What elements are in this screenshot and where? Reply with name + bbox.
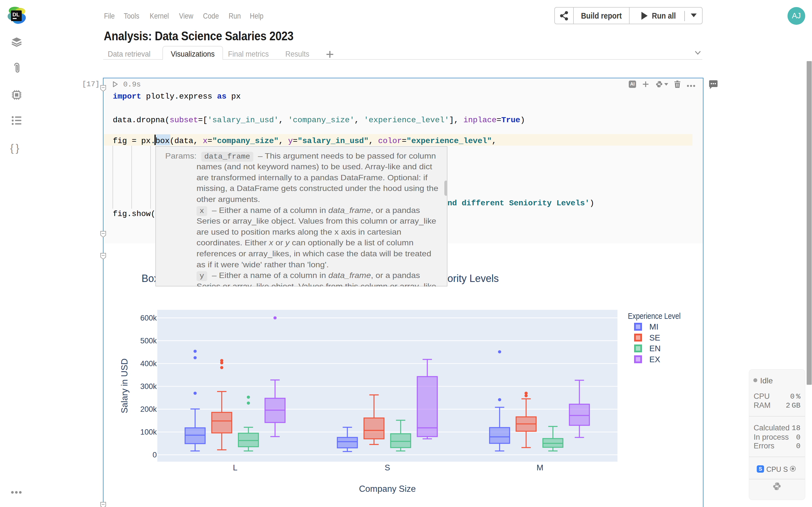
svg-text:EN: EN (649, 344, 661, 353)
svg-text:200k: 200k (140, 405, 157, 413)
svg-text:L: L (233, 463, 238, 472)
svg-text:0: 0 (153, 451, 157, 459)
svg-text:100k: 100k (140, 428, 157, 436)
svg-text:Experience Level: Experience Level (628, 311, 680, 321)
svg-text:MI: MI (649, 322, 658, 331)
svg-text:600k: 600k (140, 314, 157, 322)
svg-text:500k: 500k (140, 337, 157, 345)
svg-text:M: M (537, 463, 543, 472)
svg-text:400k: 400k (140, 359, 157, 368)
svg-text:Company Size: Company Size (359, 484, 416, 494)
svg-text:ority Levels: ority Levels (448, 273, 499, 284)
svg-text:SE: SE (649, 333, 660, 342)
svg-text:Salary in USD: Salary in USD (119, 358, 130, 413)
svg-text:S: S (385, 463, 390, 472)
svg-text:EX: EX (649, 355, 660, 364)
svg-text:300k: 300k (140, 382, 157, 391)
